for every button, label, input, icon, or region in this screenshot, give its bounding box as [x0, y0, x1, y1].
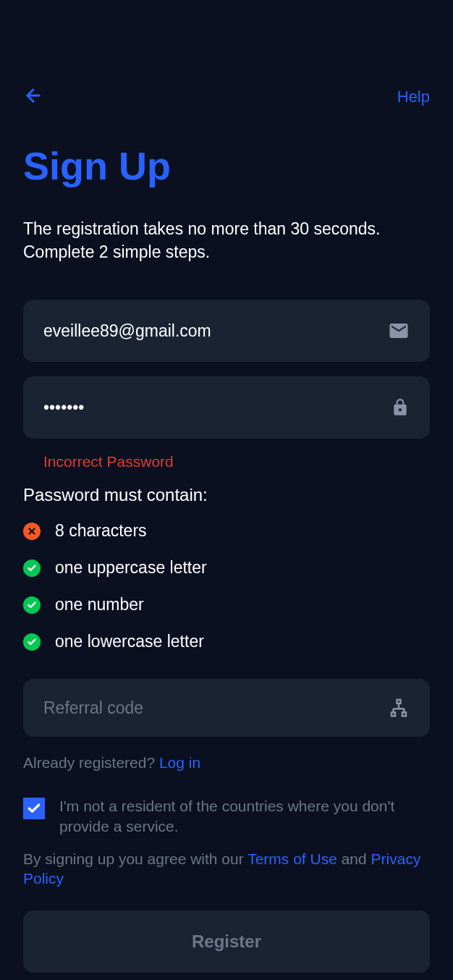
check-icon: [23, 559, 41, 577]
mail-icon: [388, 320, 410, 342]
terms-prefix: By signing up you agree with our: [23, 850, 247, 867]
requirement-text: one uppercase letter: [55, 558, 207, 578]
header: Help: [23, 0, 430, 109]
check-icon: [23, 633, 41, 651]
referral-field[interactable]: [43, 698, 388, 718]
requirement-text: one lowercase letter: [55, 632, 204, 651]
network-icon: [388, 697, 410, 719]
x-icon: [23, 523, 41, 540]
email-field[interactable]: [43, 321, 388, 341]
svg-rect-4: [391, 713, 395, 717]
requirement-text: one number: [55, 595, 144, 614]
requirements-title: Password must contain:: [23, 485, 430, 505]
svg-rect-5: [402, 713, 406, 717]
svg-rect-3: [397, 700, 401, 704]
check-icon: [23, 596, 41, 614]
email-input-wrap: [23, 300, 430, 362]
already-text: Already registered?: [23, 754, 159, 771]
password-field[interactable]: [43, 398, 391, 418]
back-arrow-icon[interactable]: [23, 85, 43, 109]
requirement-item: 8 characters: [23, 521, 430, 541]
consent-checkbox[interactable]: [23, 798, 45, 819]
requirement-item: one uppercase letter: [23, 558, 430, 578]
login-link[interactable]: Log in: [159, 754, 200, 771]
consent-row: I'm not a resident of the countries wher…: [23, 796, 430, 836]
password-input-wrap: [23, 376, 430, 439]
already-registered-row: Already registered? Log in: [23, 754, 430, 772]
subtitle: The registration takes no more than 30 s…: [23, 217, 430, 263]
password-error: Incorrect Password: [23, 453, 430, 470]
page-title: Sign Up: [23, 143, 430, 188]
terms-mid: and: [337, 850, 371, 867]
requirement-item: one number: [23, 595, 430, 614]
lock-icon: [391, 398, 410, 417]
register-button[interactable]: Register: [23, 911, 430, 973]
consent-label: I'm not a resident of the countries wher…: [59, 796, 430, 836]
requirement-text: 8 characters: [55, 521, 147, 541]
terms-of-use-link[interactable]: Terms of Use: [247, 850, 337, 867]
terms-row: By signing up you agree with our Terms o…: [23, 849, 430, 889]
help-link[interactable]: Help: [397, 88, 430, 106]
referral-input-wrap: [23, 679, 430, 737]
requirement-item: one lowercase letter: [23, 632, 430, 651]
